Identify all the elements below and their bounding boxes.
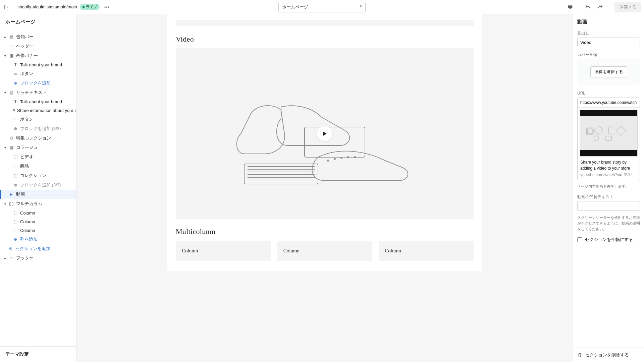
redo-button[interactable] — [595, 2, 605, 12]
section-collage[interactable]: ▾▦コラージュ — [0, 143, 76, 152]
topbar: shopify-alquimistasample/main ライブ ••• ホー… — [0, 0, 644, 14]
section-label: 告知バー — [16, 34, 34, 40]
svg-rect-8 — [305, 127, 365, 157]
paragraph-icon: ≡ — [13, 108, 15, 113]
section-image-banner[interactable]: ▾▣画像バナー — [0, 51, 76, 60]
button-icon: ▭ — [13, 71, 18, 76]
alt-text-input[interactable] — [577, 201, 640, 211]
frame-icon: ⬚ — [13, 219, 18, 224]
play-button[interactable] — [317, 126, 332, 141]
section-label: 画像バナー — [16, 53, 38, 59]
block-column[interactable]: ⬚Column — [0, 217, 76, 226]
url-description: Share your brand story by adding a video… — [578, 157, 640, 172]
sections-sidebar: ホームページ ▸▤告知バー ▭ヘッダー ▾▣画像バナー TTalk about … — [0, 14, 76, 362]
plus-circle-icon: ⊕ — [13, 80, 18, 86]
chevron-down-icon: ▾ — [3, 91, 7, 95]
chevron-down-icon: ▾ — [3, 146, 7, 149]
add-column-button[interactable]: ⊕列を追加 — [0, 235, 76, 244]
chevron-down-icon: ▾ — [3, 202, 7, 206]
live-badge-label: ライブ — [86, 4, 97, 9]
block-talk-brand[interactable]: TTalk about your brand — [0, 60, 76, 69]
section-rich-text[interactable]: ▾▤リッチテキスト — [0, 88, 76, 97]
add-column-label: 列を追加 — [20, 236, 38, 242]
block-button[interactable]: ▭ボタン — [0, 69, 76, 78]
thumbnail-lineart-icon — [584, 123, 633, 143]
section-multicolumn[interactable]: ▾▯▯マルチカラム — [0, 199, 76, 208]
theme-settings-button[interactable]: テーマ設定 — [0, 346, 76, 362]
footer-icon: ▭ — [9, 255, 14, 261]
block-column[interactable]: ⬚Column — [0, 208, 76, 217]
frame-icon: ⬚ — [13, 154, 18, 160]
add-block-button-disabled: ⊕ブロックを追加 (3/3) — [0, 124, 76, 133]
frame-icon: ⬚ — [13, 164, 18, 169]
topbar-right: 保存する — [565, 2, 641, 12]
block-product[interactable]: ⬚商品 — [0, 162, 76, 171]
column-card: Column — [277, 241, 372, 261]
select-image-button[interactable]: 画像を選択する — [590, 66, 627, 77]
more-menu-button[interactable]: ••• — [102, 3, 112, 11]
undo-button[interactable] — [583, 2, 593, 12]
section-label: マルチカラム — [16, 201, 42, 207]
block-collection[interactable]: ⬚コレクション — [0, 171, 76, 180]
frame-icon: ⬚ — [13, 228, 18, 233]
section-featured-collection[interactable]: ⎙特集コレクション — [0, 133, 76, 143]
add-block-label: ブロックを追加 (3/3) — [20, 126, 61, 132]
cover-image-dropzone: 画像を選択する — [577, 59, 640, 85]
button-icon: ▭ — [13, 117, 18, 122]
block-share-info[interactable]: ≡Share information about your b... — [0, 106, 76, 115]
svg-point-12 — [594, 135, 599, 140]
columns-icon: ▯▯ — [9, 201, 14, 206]
block-column[interactable]: ⬚Column — [0, 226, 76, 235]
section-header[interactable]: ▭ヘッダー — [0, 42, 76, 51]
plus-circle-icon: ⊕ — [13, 126, 18, 131]
divider — [609, 3, 609, 11]
redo-icon — [597, 4, 603, 10]
fullwidth-checkbox-row[interactable]: セクションを全幅にする — [573, 235, 644, 245]
url-example: youtube.com/watch?v=_9VUPq3SxOc — [578, 172, 640, 180]
section-announcement-bar[interactable]: ▸▤告知バー — [0, 32, 76, 42]
cover-image-label: カバー画像 — [573, 50, 644, 59]
section-footer[interactable]: ▸▭フッター — [0, 253, 76, 263]
column-card: Column — [379, 241, 474, 261]
section-video[interactable]: ►動画 — [0, 190, 76, 199]
announcement-icon: ▤ — [9, 34, 14, 40]
alt-text-help: スクリーンリーダーを使用するお客様がアクセスできるように、動画の説明をしてくださ… — [573, 214, 644, 235]
exit-icon — [3, 4, 8, 10]
header-icon: ▭ — [9, 44, 14, 49]
play-circle-icon: ► — [9, 192, 14, 197]
url-label: URL — [573, 89, 644, 97]
heading-input[interactable] — [577, 38, 640, 47]
trash-icon — [577, 352, 583, 358]
section-label: コラージュ — [16, 144, 38, 150]
exit-editor-button[interactable] — [3, 2, 12, 12]
add-block-button[interactable]: ⊕ブロックを追加 — [0, 78, 76, 88]
save-button[interactable]: 保存する — [614, 2, 641, 12]
block-talk-brand[interactable]: TTalk about your brand — [0, 97, 76, 106]
block-button[interactable]: ▭ボタン — [0, 115, 76, 124]
preview-canvas[interactable]: Video Multicolumn — [76, 14, 573, 362]
svg-point-4 — [334, 158, 335, 160]
desktop-view-button[interactable] — [565, 2, 576, 12]
chevron-down-icon: ▾ — [3, 54, 7, 58]
section-tree: ▸▤告知バー ▭ヘッダー ▾▣画像バナー TTalk about your br… — [0, 30, 76, 346]
add-section-button[interactable]: ⊕セクションを追加 — [0, 244, 76, 253]
svg-rect-10 — [587, 129, 592, 134]
frame-icon: ⬚ — [13, 173, 18, 178]
inspector-body: 動画 見出し カバー画像 画像を選択する URL — [573, 14, 644, 348]
fullwidth-checkbox[interactable] — [577, 237, 582, 242]
svg-point-3 — [327, 160, 329, 161]
text-icon: T — [13, 99, 18, 104]
svg-rect-11 — [608, 127, 615, 134]
section-label: ヘッダー — [16, 43, 34, 49]
page-selector[interactable]: ホームページ — [278, 2, 366, 12]
url-card: Share your brand story by adding a video… — [577, 98, 640, 180]
delete-section-button[interactable]: セクションを削除する — [573, 348, 644, 362]
store-name: shopify-alquimistasample/main — [16, 4, 77, 9]
video-section-heading: Video — [176, 35, 474, 44]
block-label: Share information about your b... — [17, 108, 76, 113]
image-icon: ▣ — [9, 53, 14, 58]
video-url-input[interactable] — [578, 98, 640, 108]
block-video[interactable]: ⬚ビデオ — [0, 152, 76, 162]
block-label: ビデオ — [20, 154, 33, 160]
chevron-right-icon: ▸ — [3, 35, 7, 39]
